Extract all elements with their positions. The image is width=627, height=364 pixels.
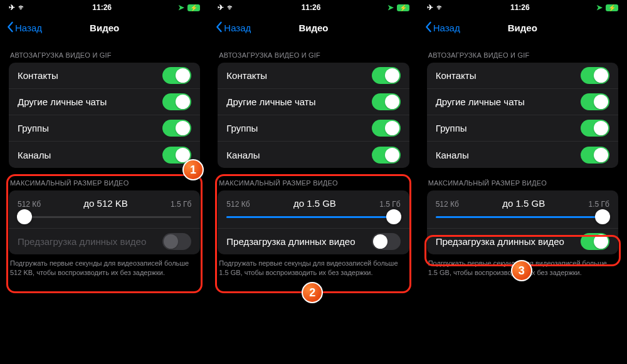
chevron-left-icon <box>6 21 14 34</box>
toggle-channels[interactable] <box>581 147 609 164</box>
battery-icon: ⚡ <box>606 4 618 11</box>
cell-contacts[interactable]: Контакты <box>9 63 200 89</box>
slider-track[interactable] <box>436 216 609 218</box>
toggle-private[interactable] <box>162 93 191 110</box>
slider-max: 1.5 Гб <box>171 200 191 209</box>
location-icon: ➤ <box>178 3 184 12</box>
slider-track[interactable] <box>18 216 191 218</box>
back-label: Назад <box>224 23 251 33</box>
cell-label: Контакты <box>226 70 267 81</box>
cell-private[interactable]: Другие личные чаты <box>218 89 409 115</box>
cell-private[interactable]: Другие личные чаты <box>427 89 618 115</box>
cell-channels[interactable]: Каналы <box>427 142 618 168</box>
slider-min: 512 Кб <box>436 200 459 209</box>
back-label: Назад <box>433 23 460 33</box>
page-title: Видео <box>298 23 328 33</box>
airplane-icon: ✈︎ <box>218 3 224 12</box>
toggle-preload <box>162 233 191 250</box>
slider-track[interactable] <box>226 216 400 218</box>
airplane-icon: ✈︎ <box>427 3 433 12</box>
slider-current: до 512 KB <box>83 198 127 209</box>
airplane-icon: ✈︎ <box>9 3 15 12</box>
footer-note: Подгружать первые секунды для видеозапис… <box>209 254 418 278</box>
section-header-autoload: АВТОЗАГРУЗКА ВИДЕО И GIF <box>418 40 627 63</box>
cell-label: Контакты <box>436 70 477 81</box>
wifi-icon: ᯤ <box>227 3 234 12</box>
section-header-autoload: АВТОЗАГРУЗКА ВИДЕО И GIF <box>0 40 209 63</box>
autoload-group: Контакты Другие личные чаты Группы Канал… <box>427 63 618 168</box>
slider-thumb[interactable] <box>17 209 32 224</box>
cell-preload[interactable]: Предзагрузка длинных видео <box>218 228 409 254</box>
maxsize-group: 512 Кб до 1.5 GB 1.5 Гб Предзагрузка дли… <box>218 190 409 254</box>
status-time: 11:26 <box>510 3 530 12</box>
cell-contacts[interactable]: Контакты <box>218 63 409 89</box>
toggle-private[interactable] <box>372 93 401 110</box>
section-header-autoload: АВТОЗАГРУЗКА ВИДЕО И GIF <box>209 40 418 63</box>
back-button[interactable]: Назад <box>215 21 251 34</box>
cell-label: Группы <box>226 123 258 133</box>
toggle-private[interactable] <box>581 93 609 110</box>
wifi-icon: ᯤ <box>436 3 444 12</box>
toggle-channels[interactable] <box>372 147 401 164</box>
autoload-group: Контакты Другие личные чаты Группы Канал… <box>9 63 200 168</box>
cell-preload[interactable]: Предзагрузка длинных видео <box>427 228 618 254</box>
cell-label: Другие личные чаты <box>18 96 107 107</box>
autoload-group: Контакты Другие личные чаты Группы Канал… <box>218 63 409 168</box>
cell-label: Группы <box>436 123 467 133</box>
cell-groups[interactable]: Группы <box>9 115 200 142</box>
toggle-contacts[interactable] <box>162 67 191 84</box>
chevron-left-icon <box>424 21 432 34</box>
preload-label: Предзагрузка длинных видео <box>436 236 564 247</box>
footer-note: Подгружать первые секунды для видеозапис… <box>418 254 627 278</box>
nav-bar: Назад Видео <box>0 15 209 40</box>
cell-label: Каналы <box>18 150 51 160</box>
toggle-groups[interactable] <box>372 120 401 137</box>
battery-icon: ⚡ <box>187 4 200 11</box>
cell-label: Группы <box>18 123 49 133</box>
phone-screen-3: ✈︎ ᯤ 11:26 ➤ ⚡ Назад Видео АВТОЗАГРУЗКА … <box>418 0 627 364</box>
toggle-preload[interactable] <box>581 233 609 250</box>
slider-min: 512 Кб <box>226 200 250 209</box>
footer-note: Подгружать первые секунды для видеозапис… <box>0 254 209 278</box>
maxsize-group: 512 Кб до 512 KB 1.5 Гб Предзагрузка дли… <box>9 190 200 254</box>
preload-label: Предзагрузка длинных видео <box>226 236 355 247</box>
nav-bar: Назад Видео <box>209 15 418 40</box>
wifi-icon: ᯤ <box>18 3 26 12</box>
status-bar: ✈︎ ᯤ 11:26 ➤ ⚡ <box>0 0 209 15</box>
cell-groups[interactable]: Группы <box>427 115 618 142</box>
slider-current: до 1.5 GB <box>502 198 545 209</box>
cell-groups[interactable]: Группы <box>218 115 409 142</box>
cell-label: Каналы <box>226 150 260 160</box>
slider-current: до 1.5 GB <box>293 198 336 209</box>
cell-label: Другие личные чаты <box>226 96 315 107</box>
slider-thumb[interactable] <box>595 209 610 224</box>
section-header-maxsize: МАКСИМАЛЬНЫЙ РАЗМЕР ВИДЕО <box>418 168 627 190</box>
toggle-channels[interactable] <box>162 147 191 164</box>
status-time: 11:26 <box>302 3 321 12</box>
back-button[interactable]: Назад <box>424 21 460 34</box>
step-badge-2: 2 <box>302 282 323 303</box>
toggle-contacts[interactable] <box>581 67 609 84</box>
page-title: Видео <box>508 23 537 33</box>
battery-icon: ⚡ <box>397 4 409 11</box>
back-button[interactable]: Назад <box>6 21 42 34</box>
cell-channels[interactable]: Каналы <box>9 142 200 168</box>
maxsize-group: 512 Кб до 1.5 GB 1.5 Гб Предзагрузка дли… <box>427 190 618 254</box>
section-header-maxsize: МАКСИМАЛЬНЫЙ РАЗМЕР ВИДЕО <box>209 168 418 190</box>
section-header-maxsize: МАКСИМАЛЬНЫЙ РАЗМЕР ВИДЕО <box>0 168 209 190</box>
phone-screen-1: ✈︎ ᯤ 11:26 ➤ ⚡ Назад Видео АВТОЗАГРУЗКА … <box>0 0 209 364</box>
toggle-contacts[interactable] <box>372 67 401 84</box>
location-icon: ➤ <box>387 3 394 12</box>
toggle-preload[interactable] <box>372 233 401 250</box>
page-title: Видео <box>90 23 119 33</box>
cell-channels[interactable]: Каналы <box>218 142 409 168</box>
cell-label: Каналы <box>436 150 469 160</box>
nav-bar: Назад Видео <box>418 15 627 40</box>
preload-label: Предзагрузка длинных видео <box>18 236 146 247</box>
slider-thumb[interactable] <box>386 209 401 224</box>
toggle-groups[interactable] <box>581 120 609 137</box>
cell-private[interactable]: Другие личные чаты <box>9 89 200 115</box>
status-bar: ✈︎ ᯤ 11:26 ➤ ⚡ <box>418 0 627 15</box>
cell-contacts[interactable]: Контакты <box>427 63 618 89</box>
toggle-groups[interactable] <box>162 120 191 137</box>
